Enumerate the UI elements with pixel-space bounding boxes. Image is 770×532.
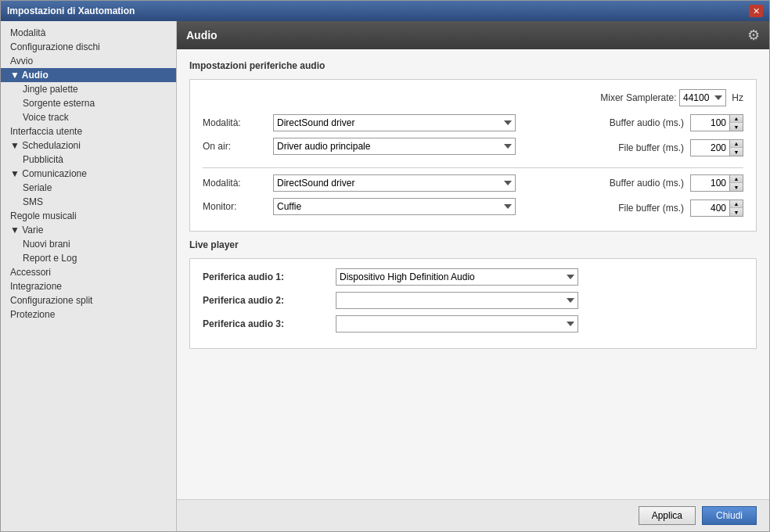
- on-air-modalita-select[interactable]: DirectSound driver ASIO driver WASAPI dr…: [273, 114, 516, 131]
- periferica1-label: Periferica audio 1:: [203, 271, 336, 282]
- on-air-filebuffer-row: File buffer (ms.) ▲ ▼: [582, 139, 743, 156]
- sidebar-item-protezione[interactable]: Protezione: [1, 307, 176, 322]
- bottom-bar: Applica Chiudi: [177, 499, 769, 531]
- periferica3-select[interactable]: Dispositivo High Definition Audio: [336, 315, 578, 332]
- monitor-filebuffer-input[interactable]: [690, 200, 729, 217]
- monitor-buffer-row: Buffer audio (ms.) ▲ ▼: [582, 174, 743, 192]
- on-air-filebuffer-input[interactable]: [690, 139, 729, 156]
- sidebar-item-comunicazione[interactable]: ▼ Comunicazione: [1, 167, 176, 181]
- audio-settings-box: Mixer Samplerate: 44100 48000 96000 Hz: [189, 79, 757, 232]
- sidebar-item-avvio[interactable]: Avvio: [1, 54, 176, 68]
- on-air-label: On air:: [203, 141, 273, 152]
- sidebar-item-integrazione[interactable]: Integrazione: [1, 279, 176, 293]
- periferica1-select[interactable]: Dispositivo High Definition Audio: [336, 268, 578, 286]
- periferica2-row: Periferica audio 2: Dispositivo High Def…: [203, 292, 743, 309]
- applica-button[interactable]: Applica: [639, 506, 696, 525]
- mixer-unit: Hz: [732, 92, 743, 103]
- on-air-row: On air: Driver audio principale Disposit…: [203, 138, 567, 155]
- periferica1-row: Periferica audio 1: Dispositivo High Def…: [203, 268, 743, 286]
- sidebar-item-voice-track[interactable]: Voice track: [1, 110, 176, 124]
- on-air-buffer-buttons: ▲ ▼: [729, 114, 743, 131]
- on-air-filebuffer-buttons: ▲ ▼: [729, 139, 743, 156]
- monitor-filebuffer-label: File buffer (ms.): [582, 203, 684, 214]
- sidebar-item-report-log[interactable]: Report e Log: [1, 251, 176, 265]
- monitor-left: Modalità: DirectSound driver ASIO driver…: [203, 174, 567, 221]
- on-air-filebuffer-down[interactable]: ▼: [730, 148, 743, 156]
- window-title: Impostazioni di Xautomation: [7, 5, 135, 16]
- main-panel: Audio ⚙ Impostazioni periferiche audio M…: [177, 21, 769, 531]
- gear-icon: ⚙: [747, 27, 760, 44]
- sidebar-item-jingle-palette[interactable]: Jingle palette: [1, 82, 176, 96]
- on-air-filebuffer-spinbox: ▲ ▼: [690, 139, 743, 156]
- sidebar-item-config-dischi[interactable]: Configurazione dischi: [1, 40, 176, 54]
- sidebar-item-interfaccia-utente[interactable]: Interfaccia utente: [1, 124, 176, 138]
- on-air-buffer-label: Buffer audio (ms.): [582, 117, 684, 128]
- monitor-buffer-spinbox: ▲ ▼: [690, 174, 743, 192]
- on-air-modalita-row: Modalità: DirectSound driver ASIO driver…: [203, 114, 567, 131]
- periferica3-row: Periferica audio 3: Dispositivo High Def…: [203, 315, 743, 332]
- sidebar: ModalitàConfigurazione dischiAvvio▼ Audi…: [1, 21, 177, 531]
- monitor-label: Monitor:: [203, 201, 273, 212]
- on-air-right: Buffer audio (ms.) ▲ ▼: [567, 114, 743, 161]
- mixer-label: Mixer Samplerate:: [600, 92, 676, 103]
- on-air-left: Modalità: DirectSound driver ASIO driver…: [203, 114, 567, 161]
- divider1: [203, 167, 743, 168]
- monitor-filebuffer-up[interactable]: ▲: [730, 200, 743, 208]
- periferica2-select[interactable]: Dispositivo High Definition Audio: [336, 292, 578, 309]
- monitor-right: Buffer audio (ms.) ▲ ▼: [567, 174, 743, 221]
- sidebar-item-sorgente-esterna[interactable]: Sorgente esterna: [1, 96, 176, 110]
- monitor-layout: Modalità: DirectSound driver ASIO driver…: [203, 174, 743, 221]
- on-air-buffer-down[interactable]: ▼: [730, 123, 743, 131]
- panel-header: Audio ⚙: [177, 21, 769, 49]
- sidebar-item-pubblicita[interactable]: Pubblicità: [1, 153, 176, 167]
- sidebar-item-sms[interactable]: SMS: [1, 195, 176, 209]
- monitor-select[interactable]: Cuffie Driver audio principale: [273, 198, 516, 215]
- periferica2-label: Periferica audio 2:: [203, 295, 336, 306]
- monitor-filebuffer-row: File buffer (ms.) ▲ ▼: [582, 200, 743, 217]
- on-air-buffer-input[interactable]: [690, 114, 729, 131]
- monitor-filebuffer-down[interactable]: ▼: [730, 208, 743, 216]
- monitor-buffer-buttons: ▲ ▼: [729, 174, 743, 192]
- monitor-modalita-select[interactable]: DirectSound driver ASIO driver WASAPI dr…: [273, 174, 516, 192]
- main-window: Impostazioni di Xautomation ✕ ModalitàCo…: [0, 0, 770, 532]
- monitor-filebuffer-spinbox: ▲ ▼: [690, 200, 743, 217]
- monitor-buffer-input[interactable]: [690, 174, 729, 192]
- on-air-modalita-label: Modalità:: [203, 117, 273, 128]
- sidebar-item-audio[interactable]: ▼ Audio: [1, 68, 176, 82]
- section1-title: Impostazioni periferiche audio: [189, 60, 757, 71]
- on-air-buffer-row: Buffer audio (ms.) ▲ ▼: [582, 114, 743, 131]
- sidebar-item-accessori[interactable]: Accessori: [1, 265, 176, 279]
- monitor-row: Monitor: Cuffie Driver audio principale: [203, 198, 567, 215]
- on-air-layout: Modalità: DirectSound driver ASIO driver…: [203, 114, 743, 161]
- sidebar-item-varie[interactable]: ▼ Varie: [1, 223, 176, 237]
- monitor-modalita-label: Modalità:: [203, 178, 273, 189]
- periferica3-label: Periferica audio 3:: [203, 318, 336, 329]
- monitor-modalita-row: Modalità: DirectSound driver ASIO driver…: [203, 174, 567, 192]
- close-button[interactable]: ✕: [749, 5, 763, 17]
- monitor-buffer-label: Buffer audio (ms.): [582, 178, 684, 189]
- panel-title: Audio: [186, 29, 218, 41]
- title-bar: Impostazioni di Xautomation ✕: [1, 1, 769, 21]
- monitor-buffer-down[interactable]: ▼: [730, 183, 743, 191]
- sidebar-item-seriale[interactable]: Seriale: [1, 181, 176, 195]
- monitor-filebuffer-buttons: ▲ ▼: [729, 200, 743, 217]
- on-air-filebuffer-label: File buffer (ms.): [582, 142, 684, 153]
- mixer-row: Mixer Samplerate: 44100 48000 96000 Hz: [203, 89, 743, 106]
- on-air-buffer-spinbox: ▲ ▼: [690, 114, 743, 131]
- monitor-buffer-up[interactable]: ▲: [730, 175, 743, 183]
- chiudi-button[interactable]: Chiudi: [702, 506, 757, 525]
- panel-content: Impostazioni periferiche audio Mixer Sam…: [177, 49, 769, 499]
- live-player-title: Live player: [189, 239, 757, 250]
- live-player-box: Periferica audio 1: Dispositivo High Def…: [189, 258, 757, 349]
- sidebar-item-regole-musicali[interactable]: Regole musicali: [1, 209, 176, 223]
- mixer-samplerate-select[interactable]: 44100 48000 96000: [679, 89, 726, 106]
- sidebar-item-modalita[interactable]: Modalità: [1, 26, 176, 40]
- sidebar-item-configurazione-split[interactable]: Configurazione split: [1, 293, 176, 307]
- on-air-buffer-up[interactable]: ▲: [730, 115, 743, 123]
- sidebar-item-schedulazioni[interactable]: ▼ Schedulazioni: [1, 138, 176, 153]
- on-air-filebuffer-up[interactable]: ▲: [730, 140, 743, 148]
- sidebar-item-nuovi-brani[interactable]: Nuovi brani: [1, 237, 176, 251]
- content-area: ModalitàConfigurazione dischiAvvio▼ Audi…: [1, 21, 769, 531]
- on-air-select[interactable]: Driver audio principale Dispositivo High…: [273, 138, 516, 155]
